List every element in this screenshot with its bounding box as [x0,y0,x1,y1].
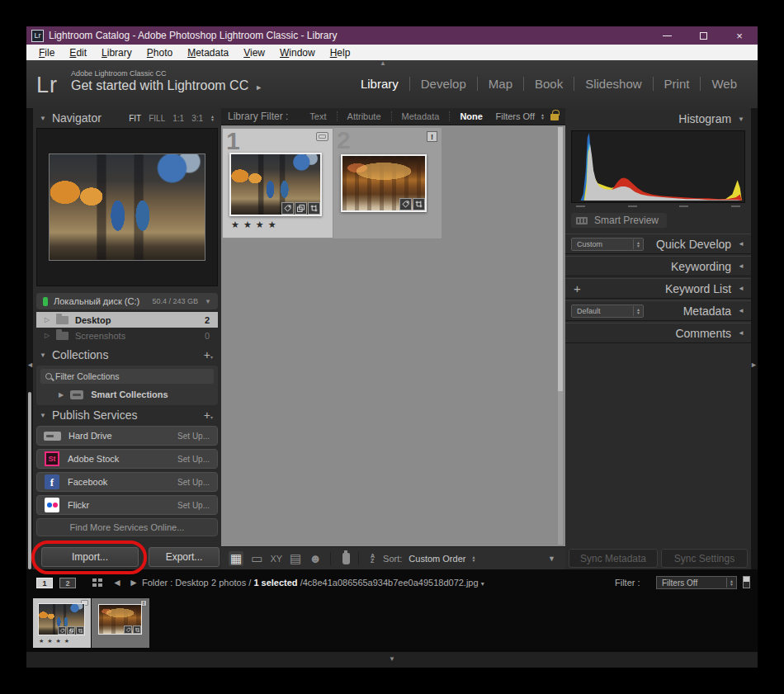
zoom-spinner-icon[interactable]: ▲▼ [210,115,215,121]
folder-expand-icon[interactable]: ▷ [45,332,51,339]
zoom-1-1[interactable]: 1:1 [172,114,184,123]
add-collection-button[interactable]: +▾ [204,348,221,361]
maximize-button[interactable] [685,26,721,45]
filter-attribute[interactable]: Attribute [337,111,391,121]
keyword-tag-badge-icon[interactable] [399,198,412,210]
module-print[interactable]: Print [653,77,701,91]
histogram-header[interactable]: Histogram ▼ [565,109,751,129]
menu-library[interactable]: Library [94,47,139,59]
filmstrip-photo-2[interactable] [98,604,142,635]
menu-edit[interactable]: Edit [62,47,94,59]
menu-help[interactable]: Help [323,47,358,59]
filter-lock-icon[interactable] [550,114,559,120]
publish-adobe-stock[interactable]: St Adobe Stock Set Up... [36,449,218,469]
develop-badge-icon[interactable] [413,198,425,210]
filter-preset[interactable]: Filters Off [496,111,535,121]
menu-file[interactable]: File [31,47,62,59]
develop-badge-icon[interactable] [308,202,320,215]
adobe-stock-setup[interactable]: Set Up... [177,455,217,464]
close-button[interactable]: × [721,26,758,45]
filter-preset-spinner-icon[interactable]: ▲▼ [541,113,545,120]
module-develop[interactable]: Develop [409,77,477,91]
thumbnail-badge-icon[interactable] [316,132,328,141]
navigator-header[interactable]: ▼ Navigator FIT FILL 1:1 3:1 ▲▼ [33,109,221,127]
keyword-list-section[interactable]: + Keyword List ◄ [565,278,751,299]
loupe-view-icon[interactable]: ▭ [251,551,262,566]
hard-drive-setup[interactable]: Set Up... [177,432,217,441]
module-slideshow[interactable]: Slideshow [574,77,652,91]
flickr-setup[interactable]: Set Up... [177,501,217,510]
find-more-services-button[interactable]: Find More Services Online... [36,518,218,536]
grid-view[interactable]: 1 ★ ★ ★ ★ 2 ! [221,125,565,546]
facebook-setup[interactable]: Set Up... [177,478,217,487]
next-photo-icon[interactable]: ► [129,577,139,588]
keyword-tag-badge-icon[interactable] [281,202,294,215]
collapse-bottom-panel-icon[interactable]: ▼ [389,655,395,663]
folder-row-screenshots[interactable]: ▷ Screenshots 0 [36,328,218,343]
comments-section[interactable]: Comments ◄ [565,323,751,343]
quick-develop-section[interactable]: Custom ▲▼ Quick Develop ◄ [565,234,751,254]
grid-view-icon[interactable]: ▦ [229,551,243,566]
volume-browser[interactable]: Локальный диск (C:) 50.4 / 243 GB ▼ [36,293,218,309]
metadata-preset-dropdown[interactable]: Default ▲▼ [571,305,644,318]
smart-preview-row[interactable]: Smart Preview [571,213,667,228]
photo-thumbnail-2[interactable] [341,154,427,212]
menu-photo[interactable]: Photo [139,47,180,59]
menu-view[interactable]: View [236,47,272,59]
filmstrip-photo-1[interactable] [38,603,85,635]
module-web[interactable]: Web [700,77,748,91]
filmstrip-thumb-1[interactable]: ★ ★ ★ ★ [33,598,91,648]
grid-scrollbar[interactable] [558,127,563,545]
grid-cell-1[interactable]: 1 ★ ★ ★ ★ [222,128,333,238]
menu-window[interactable]: Window [272,47,323,59]
filter-collections-search[interactable] [40,369,214,384]
tagline[interactable]: Get started with Lightroom CC► [71,78,262,93]
toolbar-options-icon[interactable]: ▼ [548,555,565,563]
publish-services-header[interactable]: ▼ Publish Services +▾ [33,406,221,424]
main-window-button[interactable]: 1 [36,578,53,588]
metadata-warning-badge[interactable]: ! [427,131,437,142]
sync-metadata-button[interactable]: Sync Metadata [569,549,658,568]
source-folder-label[interactable]: Folder : Desktop [142,578,209,588]
sync-settings-button[interactable]: Sync Settings [661,549,748,568]
import-button[interactable]: Import... [41,547,139,567]
survey-view-icon[interactable]: ▤ [290,551,301,566]
keywording-section[interactable]: Keywording ◄ [565,256,751,276]
folder-expand-icon[interactable]: ▷ [45,316,51,323]
add-keyword-button[interactable]: + [574,281,581,295]
grid-cell-2[interactable]: 2 ! [333,128,442,238]
quick-develop-preset-dropdown[interactable]: Custom ▲▼ [571,238,644,251]
smart-collections-expand-icon[interactable]: ▶ [59,391,64,399]
zoom-fill[interactable]: FILL [149,114,165,123]
photo-count-status[interactable]: 2 photos / 1 selected /4c8e41a086565a934… [211,578,484,588]
compare-view-icon[interactable]: XY [270,554,282,564]
filmstrip-thumb-2[interactable]: ! [92,598,149,648]
zoom-fit[interactable]: FIT [129,114,141,123]
module-library[interactable]: Library [350,77,409,91]
painter-tool-icon[interactable] [342,553,350,564]
filter-text[interactable]: Text [300,111,336,121]
people-view-icon[interactable]: ☻ [309,551,322,565]
previous-photo-icon[interactable]: ◄ [112,577,122,588]
publish-hard-drive[interactable]: Hard Drive Set Up... [36,426,218,446]
smart-collections-row[interactable]: ▶ Smart Collections [40,387,214,402]
photo-thumbnail-1[interactable] [229,153,322,216]
add-publish-service-button[interactable]: +▾ [204,408,221,422]
collapse-right-panel-icon[interactable]: ► [750,361,758,369]
export-button[interactable]: Export... [149,547,220,567]
folder-row-desktop[interactable]: ▷ Desktop 2 [36,312,218,328]
module-map[interactable]: Map [477,77,523,91]
second-window-button[interactable]: 2 [59,578,76,588]
filter-collections-input[interactable] [55,371,187,381]
menu-metadata[interactable]: Metadata [180,47,236,59]
grid-shortcut-icon[interactable] [92,578,103,588]
title-bar[interactable]: Lr Lightroom Catalog - Adobe Photoshop L… [26,26,758,45]
sort-value-dropdown[interactable]: Custom Order [409,554,465,564]
collapse-top-panel-icon[interactable]: ▲ [380,59,386,67]
collections-header[interactable]: ▼ Collections +▾ [33,346,221,364]
minimize-button[interactable] [649,26,685,45]
left-panel-scrollbar[interactable] [28,392,31,569]
module-book[interactable]: Book [523,77,574,91]
filter-toggle-switch[interactable] [743,576,750,588]
publish-flickr[interactable]: Flickr Set Up... [36,495,218,515]
